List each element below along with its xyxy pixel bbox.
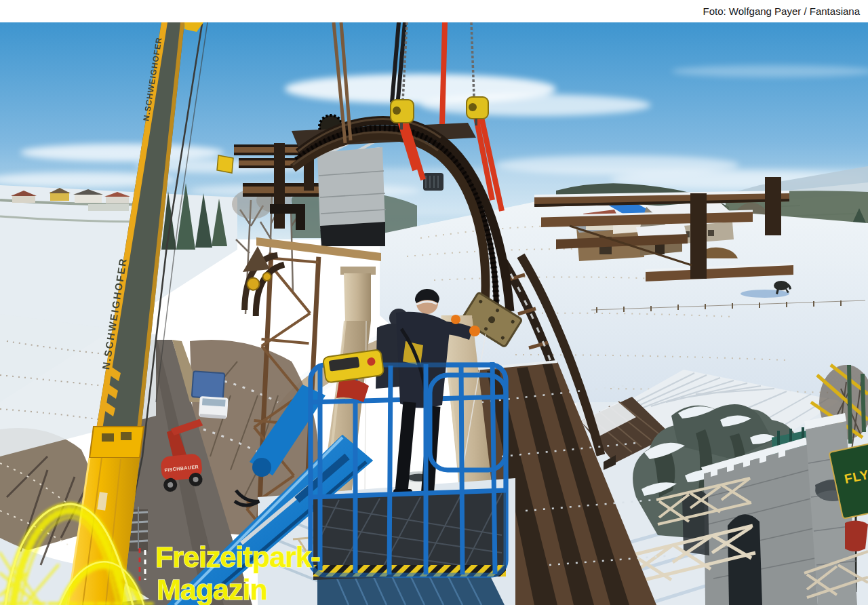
- control-console: [323, 349, 384, 383]
- screenshot-root: Foto: Wolfgang Payer / Fantasiana: [0, 0, 868, 605]
- construction-photo: FISCHBAUER: [0, 22, 868, 605]
- trough-shadow: [741, 290, 789, 298]
- red-ride-part: [845, 520, 868, 551]
- watermark-line2: Magazin: [157, 573, 267, 605]
- watermark-line1: Freizeitpark-: [155, 541, 320, 573]
- credit-bar: Foto: Wolfgang Payer / Fantasiana: [0, 0, 868, 22]
- red-strap-center: [442, 22, 445, 124]
- photo-credit: Foto: Wolfgang Payer / Fantasiana: [703, 6, 860, 16]
- boom-collar: [90, 427, 144, 458]
